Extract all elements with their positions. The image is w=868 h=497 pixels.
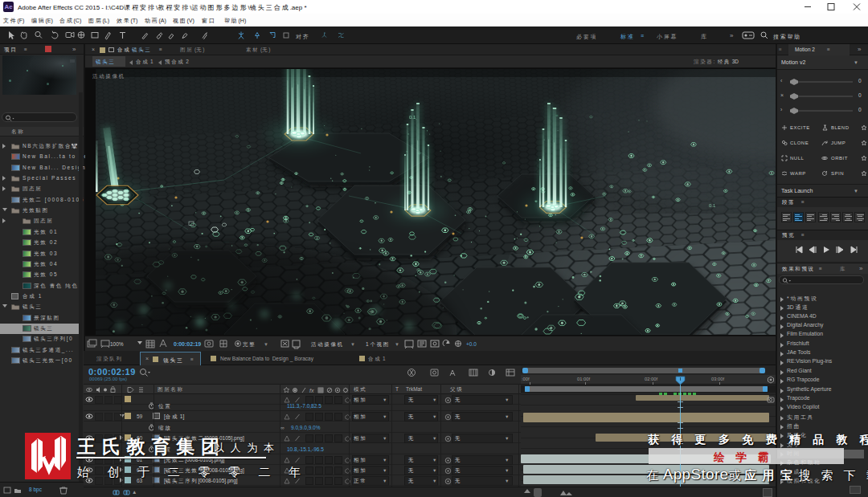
svg-text:0.1: 0.1 bbox=[709, 203, 716, 208]
svg-text:fx: fx bbox=[309, 388, 314, 393]
